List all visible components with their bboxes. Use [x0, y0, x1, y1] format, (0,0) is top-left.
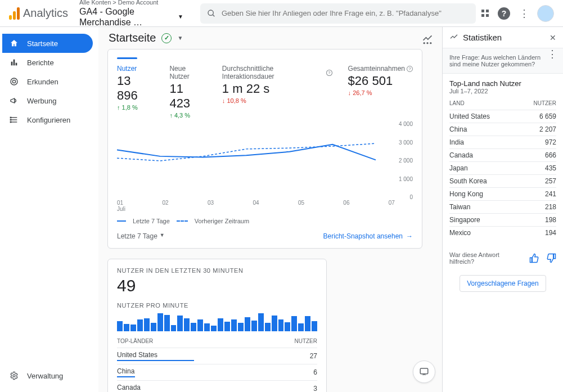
realtime-card: NUTZER IN DEN LETZTEN 30 MINUTEN 49 NUTZ… [107, 259, 327, 392]
search-icon [207, 9, 216, 18]
main-content: Startseite ✓ ▼ Nutzer13 896↑ 1,8 %Neue N… [98, 27, 442, 392]
metric-Nutzer[interactable]: Nutzer13 896↑ 1,8 % [117, 65, 154, 119]
svg-rect-2 [11, 62, 13, 66]
insights-more-icon[interactable]: ⋮ [547, 54, 556, 67]
svg-line-1 [213, 15, 214, 16]
sidebar-item-label: Erkunden [27, 78, 58, 86]
svg-rect-17 [420, 368, 428, 374]
table-row[interactable]: China6 [117, 364, 317, 381]
close-icon[interactable]: ✕ [550, 33, 556, 42]
table-row: United States6 659 [449, 110, 556, 123]
sidebar-item-label: Werbung [27, 97, 57, 105]
svg-point-13 [13, 375, 15, 377]
svg-point-15 [427, 43, 428, 44]
table-row[interactable]: Canada3 [117, 381, 317, 393]
date-range-picker[interactable]: Letzte 7 Tage ▼ [117, 232, 165, 240]
target-icon [9, 76, 19, 87]
help-icon[interactable]: ? [407, 66, 413, 72]
svg-point-0 [208, 10, 213, 15]
insights-countries-table: LANDNUTZER United States6 659China2 207I… [449, 100, 556, 239]
sidebar-item-berichte[interactable]: Berichte [2, 53, 93, 72]
suggested-questions-button[interactable]: Vorgeschlagene Fragen [460, 275, 546, 292]
svg-rect-3 [13, 60, 15, 66]
gear-icon [9, 371, 19, 381]
svg-rect-21 [530, 258, 532, 262]
sidebar-item-admin[interactable]: Verwaltung [2, 366, 93, 385]
apps-icon[interactable] [481, 10, 489, 17]
feedback-fab[interactable] [413, 361, 435, 383]
thumb-up-icon[interactable] [529, 253, 539, 263]
thumb-down-icon[interactable] [546, 253, 556, 263]
sidebar-item-label: Verwaltung [27, 372, 63, 380]
table-row: Canada666 [449, 149, 556, 162]
sidebar-item-label: Konfigurieren [27, 116, 70, 124]
table-row: South Korea257 [449, 175, 556, 188]
insights-panel: Statistiken ✕ Ihre Frage: Aus welchen Lä… [442, 27, 563, 392]
analytics-logo: Analytics [9, 7, 68, 20]
svg-point-6 [12, 80, 15, 83]
overview-card: Nutzer13 896↑ 1,8 %Neue Nutzer11 423↑ 4,… [107, 49, 422, 249]
sidebar: StartseiteBerichteErkundenWerbungKonfigu… [0, 27, 98, 392]
realtime-sparkline [117, 313, 317, 331]
svg-point-5 [11, 78, 17, 85]
page-title: Startseite [109, 31, 156, 44]
account-avatar[interactable] [537, 5, 554, 22]
metric-Durchschnittliche Interaktionsdauer[interactable]: Durchschnittliche Interaktionsdauer ?1 m… [222, 65, 332, 119]
insights-toggle-icon[interactable] [422, 34, 433, 45]
search-bar[interactable] [200, 3, 476, 24]
metric-Gesamteinnahmen[interactable]: Gesamteinnahmen ?$26 501↓ 26,7 % [348, 65, 413, 119]
insights-title: Statistiken [463, 33, 502, 42]
table-row[interactable]: United States27 [117, 348, 317, 364]
megaphone-icon [9, 96, 19, 106]
house-icon [9, 38, 19, 48]
brand-text: Analytics [23, 7, 68, 20]
bar-icon [9, 57, 19, 67]
help-icon[interactable]: ? [326, 70, 332, 76]
metric-Neue Nutzer[interactable]: Neue Nutzer11 423↑ 4,3 % [169, 65, 206, 119]
overview-chart: 01 0002 0003 0004 000 [117, 124, 413, 197]
table-row: India972 [449, 136, 556, 149]
help-icon[interactable]: ? [498, 7, 510, 20]
table-row: China2 207 [449, 123, 556, 136]
svg-rect-4 [16, 63, 17, 66]
sidebar-item-erkunden[interactable]: Erkunden [2, 72, 93, 91]
svg-point-14 [424, 43, 425, 44]
insights-icon [449, 33, 458, 42]
realtime-users-value: 49 [117, 276, 317, 295]
report-snapshot-link[interactable]: Bericht-Snapshot ansehen → [323, 232, 413, 240]
property-selector[interactable]: Alle Konten > Demo Account GA4 - Google … [79, 0, 183, 28]
sidebar-item-label: Berichte [27, 58, 54, 67]
search-input[interactable] [222, 9, 469, 17]
sidebar-item-label: Startseite [27, 39, 58, 48]
svg-point-16 [430, 43, 431, 44]
svg-rect-11 [10, 119, 11, 120]
table-row: Singapore198 [449, 214, 556, 227]
svg-rect-12 [10, 121, 11, 122]
sidebar-item-startseite[interactable]: Startseite [2, 34, 93, 53]
table-row: Taiwan218 [449, 201, 556, 214]
table-row: Hong Kong241 [449, 188, 556, 201]
table-row: Mexico194 [449, 227, 556, 240]
svg-rect-22 [554, 254, 556, 259]
svg-rect-10 [10, 117, 11, 118]
sidebar-item-werbung[interactable]: Werbung [2, 91, 93, 110]
sidebar-item-konfigurieren[interactable]: Konfigurieren [2, 110, 93, 129]
realtime-countries-table: TOP-LÄNDERNUTZER United States27China6Ca… [117, 338, 317, 392]
status-ok-icon[interactable]: ✓ [161, 33, 172, 43]
table-row: Japan435 [449, 162, 556, 175]
app-header: Analytics Alle Konten > Demo Account GA4… [0, 0, 563, 27]
list-icon [9, 115, 19, 125]
